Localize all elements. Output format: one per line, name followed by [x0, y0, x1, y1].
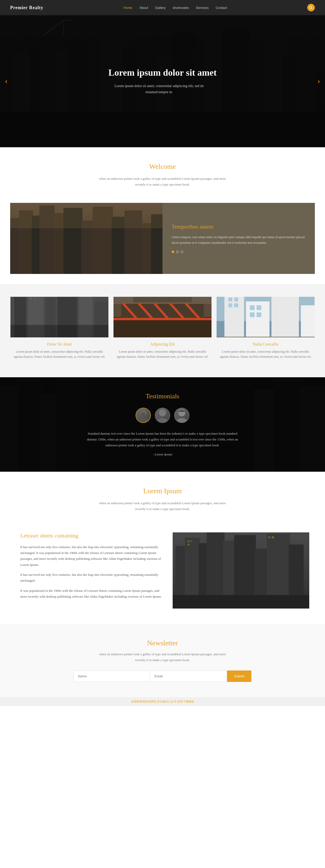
- testimonials-content: Testimonials: [5, 393, 320, 457]
- nav-item-about[interactable]: About: [139, 5, 148, 10]
- svg-rect-77: [257, 305, 261, 310]
- svg-rect-41: [10, 203, 162, 228]
- avatar-face-2: [155, 408, 170, 423]
- hero-subtitle: Lorem ipsum dolor sit amet, consectetur …: [109, 83, 210, 95]
- content-right: [173, 532, 309, 609]
- avatar-svg-2: [155, 408, 170, 423]
- card-1: Dolor Sit Amet Lorem ipsum dolor sit ame…: [10, 297, 109, 365]
- newsletter-subtitle: when an unknown printer took a galley of…: [99, 651, 226, 663]
- svg-rect-70: [271, 297, 299, 337]
- newsletter-email-input[interactable]: [150, 671, 227, 682]
- svg-rect-113: [190, 540, 192, 542]
- cards-section: Dolor Sit Amet Lorem ipsum dolor sit ame…: [0, 284, 325, 377]
- welcome-title: Welcome: [5, 162, 320, 170]
- nav-item-contact[interactable]: Contact: [216, 5, 227, 10]
- card-img-placeholder-3: [216, 297, 315, 337]
- avatar-3[interactable]: [174, 408, 189, 423]
- svg-rect-74: [228, 303, 232, 307]
- navbar: Premier Realty Home About Gallery shortc…: [0, 0, 325, 15]
- newsletter-name-input[interactable]: [73, 671, 150, 682]
- svg-rect-73: [234, 298, 238, 301]
- svg-rect-79: [257, 312, 261, 317]
- svg-rect-111: [173, 595, 309, 608]
- welcome-section: Welcome when an unknown printer took a g…: [0, 147, 325, 203]
- card-img-placeholder-2: [114, 297, 211, 337]
- nav-item-shortcodes[interactable]: shortcodes: [173, 5, 189, 10]
- svg-rect-35: [81, 221, 94, 274]
- svg-point-0: [309, 6, 312, 8]
- feature-image-inner: [10, 203, 162, 274]
- svg-rect-112: [188, 540, 189, 542]
- svg-rect-63: [114, 318, 211, 320]
- svg-rect-39: [141, 223, 152, 274]
- svg-rect-68: [225, 297, 244, 337]
- avatar-svg-3: [175, 408, 189, 423]
- hero-next-button[interactable]: ›: [318, 77, 320, 85]
- svg-point-95: [159, 409, 166, 416]
- testimonials-avatars: [5, 408, 320, 423]
- newsletter-form: Submit: [73, 671, 252, 682]
- content-title: Letraset sheets containing: [20, 532, 162, 539]
- welcome-subtitle: when an unknown printer took a galley of…: [99, 176, 226, 188]
- content-city-svg: [173, 532, 309, 609]
- content-image: [173, 532, 309, 609]
- testimonials-title: Testimonials: [5, 393, 320, 400]
- feature-dot-1[interactable]: [172, 251, 174, 253]
- card-text-1: Lorem ipsum dolor sit amet, consectetur …: [10, 349, 109, 365]
- card-svg-2: [114, 297, 211, 337]
- avatar-1[interactable]: [136, 408, 151, 423]
- nav-item-home[interactable]: Home: [123, 5, 132, 10]
- svg-rect-116: [272, 536, 274, 538]
- hero-title: Lorem ipsum dolor sit amet: [109, 67, 217, 78]
- navbar-nav: Home About Gallery shortcodes Services C…: [123, 5, 227, 10]
- newsletter-submit-button[interactable]: Submit: [227, 671, 252, 682]
- svg-rect-76: [250, 305, 255, 310]
- testimonials-section: Testimonials: [0, 377, 325, 472]
- navbar-brand: Premier Realty: [10, 5, 43, 10]
- feature-image: [10, 203, 162, 274]
- lorem-ipsum-section: Lorem Ipsum when an unknown printer took…: [0, 472, 325, 527]
- svg-rect-71: [301, 305, 315, 337]
- svg-rect-75: [234, 303, 238, 307]
- content-left: Letraset sheets containing It has surviv…: [20, 532, 162, 604]
- svg-rect-52: [34, 298, 36, 300]
- svg-rect-78: [250, 312, 255, 317]
- hero-content: Lorem ipsum dolor sit amet Lorem ipsum d…: [104, 67, 222, 95]
- card-title-1: Dolor Sit Amet: [10, 342, 109, 346]
- avatar-face-3: [175, 408, 189, 423]
- cards-container: Dolor Sit Amet Lorem ipsum dolor sit ame…: [10, 297, 315, 365]
- feature-content: Temporibus autem Libero tempore, cum sol…: [162, 203, 315, 274]
- feature-section: Temporibus autem Libero tempore, cum sol…: [10, 203, 315, 274]
- content-para-3: It was popularised in the 1960s with the…: [20, 588, 162, 600]
- svg-rect-72: [228, 298, 232, 301]
- card-3: Nulla Convallis Lorem ipsum dolor sit am…: [216, 297, 315, 365]
- search-button[interactable]: [307, 4, 315, 11]
- content-section: Letraset sheets containing It has surviv…: [10, 527, 315, 624]
- svg-point-93: [138, 418, 149, 423]
- avatar-svg-1: [136, 408, 150, 423]
- avatar-face-1: [136, 408, 150, 423]
- testimonial-author: - Lorem Ipsum: [5, 453, 320, 457]
- svg-point-94: [141, 412, 146, 416]
- nav-item-gallery[interactable]: Gallery: [155, 5, 166, 10]
- svg-rect-80: [216, 337, 315, 337]
- watermark-text: 如需商用请购买授权,关注微信公众号:觉得下载模板: [131, 700, 194, 703]
- feature-title: Temporibus autem: [172, 223, 306, 230]
- card-title-2: Adipiscing Elit: [114, 342, 211, 346]
- search-icon: [309, 6, 313, 9]
- card-text-2: Lorem ipsum dolor sit amet, consectetur …: [114, 349, 211, 365]
- card-img-placeholder-1: [10, 297, 109, 337]
- hero-prev-button[interactable]: ‹: [5, 77, 7, 85]
- feature-dot-3[interactable]: [181, 251, 183, 253]
- avatar-2[interactable]: [155, 408, 170, 423]
- feature-dot-2[interactable]: [176, 251, 179, 253]
- nav-item-services[interactable]: Services: [196, 5, 209, 10]
- card-image-3: [216, 297, 315, 337]
- feature-text: Libero tempore, cum soluta nobis est eli…: [172, 235, 306, 246]
- feature-city-image: [10, 203, 162, 274]
- lorem-ipsum-subtitle: when an unknown printer took a galley of…: [99, 500, 226, 512]
- svg-point-98: [176, 418, 187, 423]
- card-text-3: Lorem ipsum dolor sit amet, consectetur …: [216, 349, 315, 365]
- feature-dots: [172, 251, 306, 253]
- footer-watermark: 如需商用请购买授权,关注微信公众号:觉得下载模板: [0, 697, 325, 706]
